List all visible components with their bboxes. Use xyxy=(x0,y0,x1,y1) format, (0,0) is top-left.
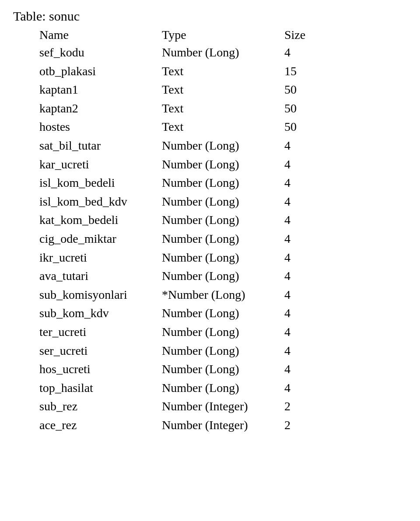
row-name: sub_kom_kdv xyxy=(39,304,162,322)
row-size: 4 xyxy=(284,156,328,174)
row-size: 50 xyxy=(284,118,328,136)
row-name: kaptan2 xyxy=(39,100,162,118)
row-size: 4 xyxy=(284,174,328,192)
row-name: isl_kom_bedeli xyxy=(39,174,162,192)
row-size: 50 xyxy=(284,100,328,118)
row-type: Number (Long) xyxy=(162,211,284,229)
row-size: 2 xyxy=(284,416,328,434)
row-name: hos_ucreti xyxy=(39,360,162,378)
row-name: ser_ucreti xyxy=(39,342,162,360)
row-type: Text xyxy=(162,118,284,136)
row-name: sat_bil_tutar xyxy=(39,137,162,155)
row-type: Number (Long) xyxy=(162,249,284,267)
row-name: otb_plakasi xyxy=(39,63,162,80)
table-row: sat_bil_tutarNumber (Long)4 xyxy=(39,137,407,155)
table-row: kat_kom_bedeliNumber (Long)4 xyxy=(39,211,407,229)
row-name: sef_kodu xyxy=(39,44,162,62)
row-name: ter_ucreti xyxy=(39,323,162,341)
row-name: sub_komisyonlari xyxy=(39,286,162,304)
table-row: isl_kom_bed_kdvNumber (Long)4 xyxy=(39,193,407,211)
table-row: sef_koduNumber (Long)4 xyxy=(39,44,407,62)
header-type: Type xyxy=(162,28,284,42)
row-type: Text xyxy=(162,63,284,80)
row-name: kat_kom_bedeli xyxy=(39,211,162,229)
row-type: Number (Integer) xyxy=(162,416,284,434)
row-size: 4 xyxy=(284,193,328,211)
row-name: ikr_ucreti xyxy=(39,249,162,267)
row-size: 4 xyxy=(284,360,328,378)
table-row: ter_ucretiNumber (Long)4 xyxy=(39,323,407,341)
row-type: Text xyxy=(162,81,284,99)
row-type: Number (Long) xyxy=(162,360,284,378)
row-size: 4 xyxy=(284,342,328,360)
table-row: hostesText50 xyxy=(39,118,407,136)
row-type: Number (Long) xyxy=(162,156,284,174)
table-row: kar_ucretiNumber (Long)4 xyxy=(39,156,407,174)
row-type: Number (Long) xyxy=(162,174,284,192)
table-container: Name Type Size sef_koduNumber (Long)4otb… xyxy=(13,28,407,434)
row-size: 4 xyxy=(284,286,328,304)
row-size: 2 xyxy=(284,398,328,416)
row-size: 4 xyxy=(284,304,328,322)
row-name: kaptan1 xyxy=(39,81,162,99)
row-type: Number (Long) xyxy=(162,44,284,62)
row-name: sub_rez xyxy=(39,398,162,416)
row-type: Number (Long) xyxy=(162,230,284,248)
row-type: Number (Integer) xyxy=(162,398,284,416)
table-row: kaptan1Text50 xyxy=(39,81,407,99)
table-row: otb_plakasiText15 xyxy=(39,63,407,80)
row-size: 4 xyxy=(284,137,328,155)
table-row: hos_ucretiNumber (Long)4 xyxy=(39,360,407,378)
row-size: 4 xyxy=(284,323,328,341)
table-row: sub_kom_kdvNumber (Long)4 xyxy=(39,304,407,322)
row-size: 4 xyxy=(284,211,328,229)
row-type: *Number (Long) xyxy=(162,286,284,304)
row-size: 4 xyxy=(284,230,328,248)
table-header: Name Type Size xyxy=(39,28,407,42)
table-row: top_hasilatNumber (Long)4 xyxy=(39,379,407,397)
row-type: Number (Long) xyxy=(162,304,284,322)
table-row: ace_rezNumber (Integer)2 xyxy=(39,416,407,434)
table-rows: sef_koduNumber (Long)4otb_plakasiText15k… xyxy=(39,44,407,434)
row-size: 50 xyxy=(284,81,328,99)
row-name: cig_ode_miktar xyxy=(39,230,162,248)
row-size: 4 xyxy=(284,379,328,397)
row-type: Number (Long) xyxy=(162,379,284,397)
row-name: isl_kom_bed_kdv xyxy=(39,193,162,211)
row-type: Number (Long) xyxy=(162,193,284,211)
row-type: Number (Long) xyxy=(162,137,284,155)
row-name: top_hasilat xyxy=(39,379,162,397)
table-row: sub_rezNumber (Integer)2 xyxy=(39,398,407,416)
row-size: 4 xyxy=(284,44,328,62)
row-name: ava_tutari xyxy=(39,267,162,285)
row-type: Number (Long) xyxy=(162,267,284,285)
table-row: isl_kom_bedeliNumber (Long)4 xyxy=(39,174,407,192)
table-row: ser_ucretiNumber (Long)4 xyxy=(39,342,407,360)
row-name: ace_rez xyxy=(39,416,162,434)
header-size: Size xyxy=(284,28,328,42)
table-row: kaptan2Text50 xyxy=(39,100,407,118)
row-name: hostes xyxy=(39,118,162,136)
row-type: Number (Long) xyxy=(162,342,284,360)
table-row: cig_ode_miktarNumber (Long)4 xyxy=(39,230,407,248)
table-row: ava_tutariNumber (Long)4 xyxy=(39,267,407,285)
table-row: ikr_ucretiNumber (Long)4 xyxy=(39,249,407,267)
header-name: Name xyxy=(39,28,162,42)
table-row: sub_komisyonlari*Number (Long)4 xyxy=(39,286,407,304)
row-size: 4 xyxy=(284,249,328,267)
row-size: 15 xyxy=(284,63,328,80)
row-name: kar_ucreti xyxy=(39,156,162,174)
row-type: Number (Long) xyxy=(162,323,284,341)
row-size: 4 xyxy=(284,267,328,285)
page-title: Table: sonuc xyxy=(13,9,407,24)
row-type: Text xyxy=(162,100,284,118)
